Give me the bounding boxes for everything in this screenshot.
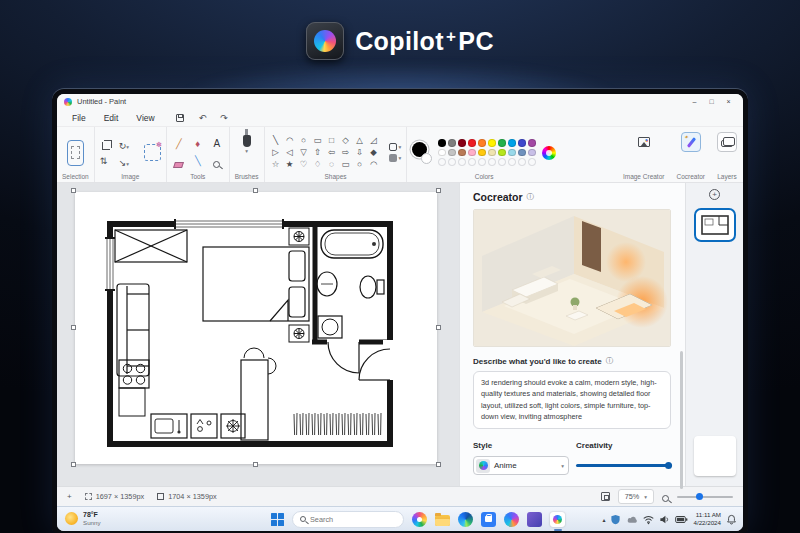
describe-info-icon[interactable]: ⓘ — [606, 356, 614, 366]
shape-tool-icon[interactable]: ▷ — [270, 147, 282, 158]
creativity-slider[interactable] — [576, 456, 672, 475]
eraser-tool-icon[interactable] — [173, 162, 184, 168]
shape-tool-icon[interactable]: ○ — [354, 159, 366, 170]
shape-tool-icon[interactable]: ◠ — [368, 159, 380, 170]
microsoft-store-icon[interactable] — [481, 512, 496, 527]
shape-tool-icon[interactable]: ♡ — [298, 159, 310, 170]
save-icon[interactable] — [176, 114, 184, 122]
shape-tool-icon[interactable]: ◠ — [284, 135, 296, 146]
color-swatch[interactable] — [488, 139, 496, 147]
menu-view[interactable]: View — [129, 112, 161, 124]
image-creator-button[interactable]: Image Creator — [617, 127, 671, 182]
canvas-resize-handle[interactable] — [253, 462, 258, 467]
redo-icon[interactable]: ↷ — [215, 113, 233, 123]
magic-select-icon[interactable] — [144, 144, 161, 161]
prompt-textarea[interactable]: 3d rendering should evoke a calm, modern… — [473, 371, 671, 429]
brush-dropdown-icon[interactable]: ▾ — [245, 148, 248, 154]
fit-to-screen-icon[interactable] — [601, 492, 610, 501]
color-swatch[interactable] — [468, 139, 476, 147]
shape-tool-icon[interactable]: ◁ — [284, 147, 296, 158]
shape-fill-icon[interactable] — [389, 154, 397, 162]
color-swatch-empty[interactable] — [528, 158, 536, 166]
color-swatch[interactable] — [458, 139, 466, 147]
wifi-icon[interactable] — [643, 514, 654, 525]
color-swatch[interactable] — [458, 149, 466, 157]
color-swatch[interactable] — [518, 139, 526, 147]
pencil-tool-icon[interactable]: ╱ — [172, 137, 186, 152]
color-swatch-empty[interactable] — [508, 158, 516, 166]
file-explorer-icon[interactable] — [435, 515, 450, 526]
color-swatch-empty[interactable] — [468, 158, 476, 166]
shape-tool-icon[interactable]: ▭ — [312, 135, 324, 146]
color-swatch[interactable] — [498, 149, 506, 157]
color-swatch[interactable] — [468, 149, 476, 157]
color-swatch-empty[interactable] — [448, 158, 456, 166]
selection-tool-icon[interactable] — [67, 140, 84, 166]
drawing-canvas[interactable] — [75, 192, 437, 464]
taskbar-clock[interactable]: 11:11 AM 4/22/2024 — [693, 511, 721, 527]
canvas-resize-handle[interactable] — [436, 325, 441, 330]
search-input[interactable] — [310, 515, 390, 524]
security-shield-icon[interactable] — [610, 514, 621, 525]
color-swatch[interactable] — [528, 139, 536, 147]
shape-tool-icon[interactable]: ☆ — [270, 159, 282, 170]
outline-dropdown-icon[interactable]: ▾ — [399, 144, 402, 150]
color-swatch[interactable] — [488, 149, 496, 157]
color-swatch[interactable] — [438, 149, 446, 157]
shape-tool-icon[interactable]: ⇩ — [354, 147, 366, 158]
zoom-slider[interactable] — [677, 496, 733, 498]
volume-icon[interactable] — [659, 514, 670, 525]
undo-icon[interactable]: ↶ — [194, 113, 212, 123]
fill-tool-icon[interactable]: ♦ — [191, 137, 205, 152]
brush-icon[interactable] — [243, 135, 251, 147]
shape-tool-icon[interactable]: ◌ — [326, 159, 338, 170]
shape-tool-icon[interactable]: △ — [354, 135, 366, 146]
shape-tool-icon[interactable]: ▭ — [340, 159, 352, 170]
canvas-resize-handle[interactable] — [71, 462, 76, 467]
copilot-app-icon[interactable] — [504, 512, 519, 527]
start-button[interactable] — [271, 513, 284, 526]
fill-dropdown-icon[interactable]: ▾ — [399, 155, 402, 161]
color-swatch-empty[interactable] — [458, 158, 466, 166]
panel-scrollbar[interactable] — [680, 351, 683, 489]
color-swatch[interactable] — [478, 149, 486, 157]
resize-dropdown-icon[interactable]: ▾ — [126, 161, 129, 167]
crop-icon[interactable] — [102, 140, 111, 149]
rotate-dropdown-icon[interactable]: ▾ — [126, 144, 129, 150]
canvas-resize-handle[interactable] — [71, 188, 76, 193]
shape-tool-icon[interactable]: ♢ — [312, 159, 324, 170]
shape-tool-icon[interactable]: ⇦ — [326, 147, 338, 158]
shape-tool-icon[interactable]: ★ — [284, 159, 296, 170]
tray-chevron-icon[interactable]: ▴ — [602, 516, 605, 523]
paint-taskbar-icon-active[interactable] — [550, 512, 565, 527]
color-swatch[interactable] — [498, 139, 506, 147]
shape-tool-icon[interactable]: ◆ — [368, 147, 380, 158]
color-picker-tool-icon[interactable]: ╲ — [191, 154, 205, 169]
edit-colors-icon[interactable] — [542, 146, 556, 160]
color-swatch-empty[interactable] — [478, 158, 486, 166]
notification-bell-icon[interactable] — [726, 514, 737, 525]
canvas-resize-handle[interactable] — [436, 188, 441, 193]
taskbar-search[interactable] — [292, 511, 404, 528]
style-dropdown[interactable]: Anime ▾ — [473, 456, 569, 475]
canvas-resize-handle[interactable] — [436, 462, 441, 467]
color-swatch[interactable] — [508, 149, 516, 157]
battery-icon[interactable] — [675, 514, 688, 525]
color-swatch[interactable] — [518, 149, 526, 157]
zoom-dropdown[interactable]: 75% ▾ — [618, 489, 654, 504]
add-layer-button[interactable]: + — [709, 189, 720, 200]
color-swatch[interactable] — [438, 139, 446, 147]
text-tool-icon[interactable]: A — [210, 137, 224, 152]
canvas-resize-handle[interactable] — [253, 188, 258, 193]
creativity-knob[interactable] — [665, 462, 672, 469]
zoom-slider-knob[interactable] — [696, 493, 703, 500]
shape-tool-icon[interactable]: ◇ — [340, 135, 352, 146]
color-swatch[interactable] — [528, 149, 536, 157]
shape-tool-icon[interactable]: □ — [326, 135, 338, 146]
color-swatch-empty[interactable] — [498, 158, 506, 166]
weather-widget[interactable]: 78°F Sunny — [65, 511, 101, 526]
maximize-button[interactable]: □ — [704, 98, 719, 105]
background-color-well[interactable] — [421, 153, 432, 164]
close-button[interactable]: × — [721, 98, 736, 105]
layers-button[interactable]: Layers — [711, 127, 743, 182]
